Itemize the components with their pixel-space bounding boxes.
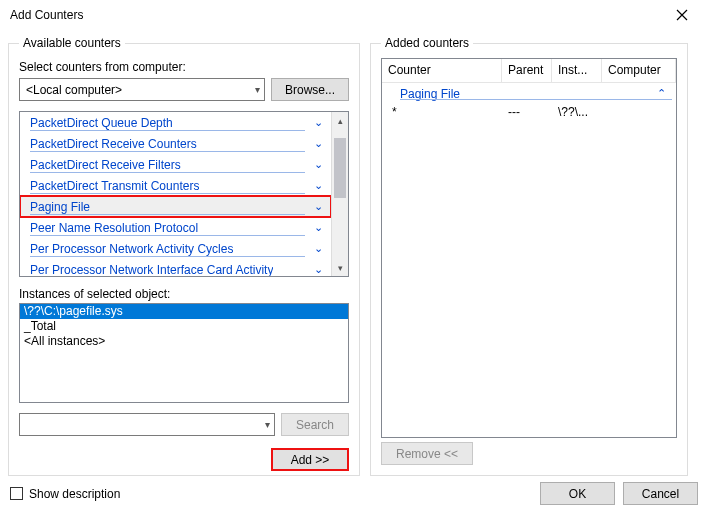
chevron-down-icon[interactable]: ⌄ xyxy=(311,263,325,276)
added-counters-group: Added counters Counter Parent Inst... Co… xyxy=(370,36,688,476)
chevron-down-icon: ▾ xyxy=(255,84,260,95)
counter-item[interactable]: Per Processor Network Activity Cycles⌄ xyxy=(20,238,331,259)
dialog-body: Available counters Select counters from … xyxy=(0,30,708,476)
instance-item[interactable]: <All instances> xyxy=(20,334,348,349)
instances-listbox[interactable]: \??\C:\pagefile.sys_Total<All instances> xyxy=(19,303,349,403)
counter-name: PacketDirect Receive Filters xyxy=(30,158,181,172)
cell-inst: \??\... xyxy=(552,105,602,119)
grid-header: Counter Parent Inst... Computer xyxy=(382,59,676,83)
select-computer-label: Select counters from computer: xyxy=(19,60,349,74)
grid-group-row[interactable]: Paging File ⌃ xyxy=(382,85,676,103)
search-button[interactable]: Search xyxy=(281,413,349,436)
computer-combo-value: <Local computer> xyxy=(26,83,122,97)
instance-search-combo[interactable]: ▾ xyxy=(19,413,275,436)
counter-item[interactable]: PacketDirect Receive Filters⌄ xyxy=(20,154,331,175)
col-inst[interactable]: Inst... xyxy=(552,59,602,82)
titlebar: Add Counters xyxy=(0,0,708,30)
add-button[interactable]: Add >> xyxy=(271,448,349,471)
chevron-down-icon[interactable]: ⌄ xyxy=(311,179,325,192)
chevron-down-icon[interactable]: ⌄ xyxy=(311,200,325,213)
counter-name: Per Processor Network Activity Cycles xyxy=(30,242,233,256)
counter-name: PacketDirect Transmit Counters xyxy=(30,179,199,193)
counter-name: Paging File xyxy=(30,200,90,214)
added-counters-grid[interactable]: Counter Parent Inst... Computer Paging F… xyxy=(381,58,677,438)
cell-parent: --- xyxy=(502,105,552,119)
scrollbar[interactable]: ▴ ▾ xyxy=(331,112,348,276)
cancel-button[interactable]: Cancel xyxy=(623,482,698,505)
cell-counter: * xyxy=(382,105,502,119)
chevron-down-icon[interactable]: ⌄ xyxy=(311,221,325,234)
counter-item[interactable]: Peer Name Resolution Protocol⌄ xyxy=(20,217,331,238)
available-counters-group: Available counters Select counters from … xyxy=(8,36,360,476)
counter-item[interactable]: PacketDirect Receive Counters⌄ xyxy=(20,133,331,154)
chevron-up-icon[interactable]: ⌃ xyxy=(657,87,666,100)
instances-label: Instances of selected object: xyxy=(19,287,349,301)
remove-button[interactable]: Remove << xyxy=(381,442,473,465)
col-computer[interactable]: Computer xyxy=(602,59,676,82)
chevron-down-icon[interactable]: ⌄ xyxy=(311,116,325,129)
added-counters-legend: Added counters xyxy=(381,36,473,50)
counter-name: Peer Name Resolution Protocol xyxy=(30,221,198,235)
available-counters-legend: Available counters xyxy=(19,36,125,50)
instance-item[interactable]: _Total xyxy=(20,319,348,334)
counters-listbox[interactable]: PacketDirect Queue Depth⌄PacketDirect Re… xyxy=(19,111,349,277)
dialog-footer: Show description OK Cancel xyxy=(0,476,708,515)
window-title: Add Counters xyxy=(10,8,83,22)
instance-item[interactable]: \??\C:\pagefile.sys xyxy=(20,304,348,319)
scroll-thumb[interactable] xyxy=(334,138,346,198)
scroll-down-icon[interactable]: ▾ xyxy=(332,259,348,276)
chevron-down-icon[interactable]: ⌄ xyxy=(311,158,325,171)
counter-item[interactable]: Paging File⌄ xyxy=(20,196,331,217)
counter-name: PacketDirect Queue Depth xyxy=(30,116,173,130)
col-counter[interactable]: Counter xyxy=(382,59,502,82)
chevron-down-icon: ▾ xyxy=(265,419,270,430)
checkbox-box xyxy=(10,487,23,500)
counter-name: Per Processor Network Interface Card Act… xyxy=(30,263,273,277)
chevron-down-icon[interactable]: ⌄ xyxy=(311,137,325,150)
counter-item[interactable]: PacketDirect Queue Depth⌄ xyxy=(20,112,331,133)
col-parent[interactable]: Parent xyxy=(502,59,552,82)
scroll-up-icon[interactable]: ▴ xyxy=(332,112,348,129)
browse-button[interactable]: Browse... xyxy=(271,78,349,101)
close-button[interactable] xyxy=(668,5,696,25)
show-description-checkbox[interactable]: Show description xyxy=(10,487,120,501)
show-description-label: Show description xyxy=(29,487,120,501)
counter-name: PacketDirect Receive Counters xyxy=(30,137,197,151)
ok-button[interactable]: OK xyxy=(540,482,615,505)
computer-combo[interactable]: <Local computer> ▾ xyxy=(19,78,265,101)
counter-item[interactable]: PacketDirect Transmit Counters⌄ xyxy=(20,175,331,196)
chevron-down-icon[interactable]: ⌄ xyxy=(311,242,325,255)
counter-item[interactable]: Per Processor Network Interface Card Act… xyxy=(20,259,331,276)
grid-data-row[interactable]: * --- \??\... xyxy=(382,103,676,121)
